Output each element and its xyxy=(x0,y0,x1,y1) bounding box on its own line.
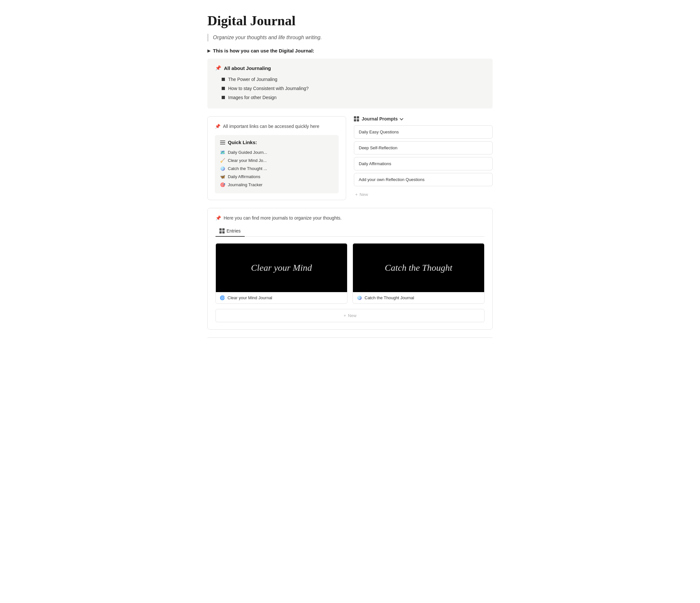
new-entry-label: New xyxy=(348,313,356,318)
entries-tab-bar: Entries xyxy=(216,226,484,237)
new-prompt-button[interactable]: + New xyxy=(354,189,493,200)
link-label: Clear your Mind Jo... xyxy=(228,158,267,163)
two-column-layout: 📌 All important links can be accessed qu… xyxy=(207,116,493,200)
prompt-item[interactable]: Deep Self-Reflection xyxy=(354,141,493,155)
journal-card-image: Catch the Thought xyxy=(353,243,484,292)
journal-card-emoji: 🪩 xyxy=(357,295,362,300)
journal-card-image: Clear your Mind xyxy=(216,243,347,292)
link-label: Catch the Thought ... xyxy=(228,166,267,171)
journal-cards-grid: Clear your Mind 🌀 Clear your Mind Journa… xyxy=(216,243,484,304)
card-header-text: All important links can be accessed quic… xyxy=(223,123,319,130)
item-label: The Power of Journaling xyxy=(228,77,277,82)
journal-card-label: Catch the Thought Journal xyxy=(365,295,414,300)
link-emoji: 🎯 xyxy=(220,182,225,187)
entries-tab-label: Entries xyxy=(227,228,241,234)
toggle-label: This is how you can use the Digital Jour… xyxy=(213,48,314,53)
entries-header: 📌 Here you can find more journals to org… xyxy=(216,215,484,220)
item-label: How to stay Consistent with Journaling? xyxy=(228,86,308,91)
info-box-header: 📌 All about Journaling xyxy=(215,65,485,71)
prompt-item[interactable]: Daily Affirmations xyxy=(354,157,493,171)
journal-card-script: Clear your Mind xyxy=(248,259,315,276)
prompts-title: Journal Prompts xyxy=(362,116,398,122)
card-header-icon: 📌 xyxy=(215,123,220,130)
bullet-icon xyxy=(222,96,225,99)
bullet-icon xyxy=(222,78,225,81)
plus-icon: + xyxy=(344,313,346,318)
journal-card-footer: 🪩 Catch the Thought Journal xyxy=(353,292,484,304)
list-item[interactable]: The Power of Journaling xyxy=(215,75,485,84)
journal-card-script: Catch the Thought xyxy=(381,259,455,276)
toggle-row[interactable]: ▶ This is how you can use the Digital Jo… xyxy=(207,48,493,53)
new-prompt-label: New xyxy=(360,192,368,197)
info-box-title: All about Journaling xyxy=(224,65,271,71)
link-label: Daily Guided Journ... xyxy=(228,150,267,155)
bottom-divider xyxy=(207,337,493,338)
info-box-icon: 📌 xyxy=(215,65,221,71)
entries-intro-text: Here you can find more journals to organ… xyxy=(224,215,342,220)
quick-link-item[interactable]: 🧹 Clear your Mind Jo... xyxy=(220,156,333,164)
subtitle-bar xyxy=(207,34,208,42)
prompt-label: Daily Affirmations xyxy=(359,161,391,166)
grid-icon xyxy=(354,116,359,122)
link-label: Journaling Tracker xyxy=(228,182,262,187)
card-header: 📌 All important links can be accessed qu… xyxy=(215,123,339,130)
prompt-item[interactable]: Daily Easy Questions xyxy=(354,125,493,139)
quick-link-item[interactable]: 🦋 Daily Affirmations xyxy=(220,173,333,181)
info-box: 📌 All about Journaling The Power of Jour… xyxy=(207,59,493,108)
menu-icon xyxy=(220,140,225,145)
prompts-header: Journal Prompts xyxy=(354,116,493,122)
quick-link-item[interactable]: 🪩 Catch the Thought ... xyxy=(220,164,333,173)
bullet-icon xyxy=(222,87,225,90)
quick-links-card: 📌 All important links can be accessed qu… xyxy=(207,116,346,200)
grid-icon xyxy=(219,228,225,234)
journal-card[interactable]: Clear your Mind 🌀 Clear your Mind Journa… xyxy=(216,243,347,304)
quick-link-item[interactable]: 🗺️ Daily Guided Journ... xyxy=(220,148,333,156)
list-item[interactable]: Images for other Design xyxy=(215,93,485,102)
entries-tab[interactable]: Entries xyxy=(216,226,245,237)
prompt-label: Daily Easy Questions xyxy=(359,130,399,134)
journal-card-label: Clear your Mind Journal xyxy=(227,295,272,300)
link-emoji: 🪩 xyxy=(220,166,225,171)
new-entry-button[interactable]: + New xyxy=(216,309,484,322)
toggle-arrow-icon: ▶ xyxy=(207,49,210,53)
link-emoji: 🦋 xyxy=(220,174,225,179)
prompt-label: Add your own Reflection Questions xyxy=(359,177,425,182)
entries-intro-icon: 📌 xyxy=(216,215,221,220)
chevron-down-icon xyxy=(400,116,403,120)
journal-card-footer: 🌀 Clear your Mind Journal xyxy=(216,292,347,304)
item-label: Images for other Design xyxy=(228,95,276,100)
prompts-section: Journal Prompts Daily Easy Questions Dee… xyxy=(354,116,493,200)
quick-links-label: Quick Links: xyxy=(228,139,257,145)
prompt-label: Deep Self-Reflection xyxy=(359,146,397,150)
page-title: Digital Journal xyxy=(207,13,493,28)
subtitle-block: Organize your thoughts and life through … xyxy=(207,34,493,42)
subtitle-text: Organize your thoughts and life through … xyxy=(213,34,322,42)
plus-icon: + xyxy=(355,192,358,197)
journal-card-emoji: 🌀 xyxy=(220,295,225,300)
prompt-item[interactable]: Add your own Reflection Questions xyxy=(354,173,493,186)
link-label: Daily Affirmations xyxy=(228,174,260,179)
link-emoji: 🧹 xyxy=(220,158,225,163)
quick-link-item[interactable]: 🎯 Journaling Tracker xyxy=(220,181,333,189)
list-item[interactable]: How to stay Consistent with Journaling? xyxy=(215,84,485,93)
entries-section: 📌 Here you can find more journals to org… xyxy=(207,208,493,330)
journal-card[interactable]: Catch the Thought 🪩 Catch the Thought Jo… xyxy=(353,243,484,304)
quick-links-box: Quick Links: 🗺️ Daily Guided Journ... 🧹 … xyxy=(215,135,339,193)
quick-links-title: Quick Links: xyxy=(220,139,333,145)
link-emoji: 🗺️ xyxy=(220,150,225,155)
